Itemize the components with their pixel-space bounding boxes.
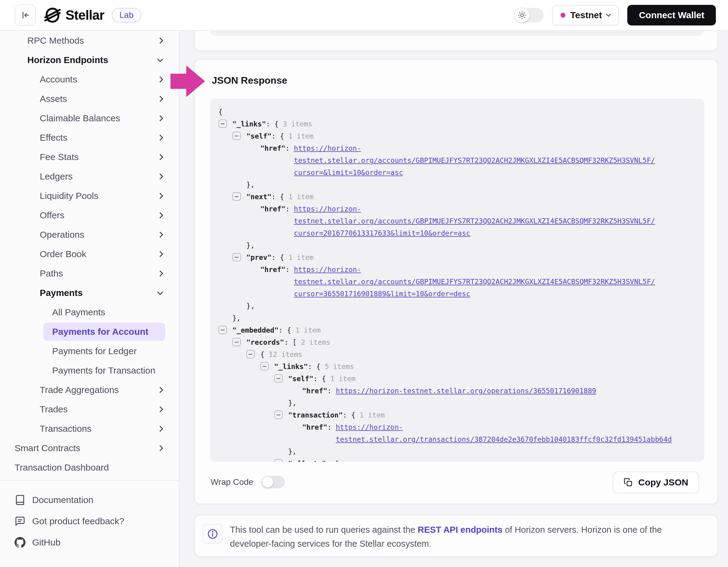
- json-url-link[interactable]: https://horizon-: [294, 264, 655, 276]
- chevron-right-icon: [157, 193, 163, 199]
- json-response-card: JSON Response {"_links": {3 items"self":…: [194, 59, 718, 504]
- stellar-logo-icon: [44, 6, 61, 24]
- wrap-code-toggle[interactable]: [261, 476, 285, 488]
- json-key: "href": [302, 385, 327, 397]
- json-row: "_links": {5 items: [218, 360, 704, 373]
- json-items-count: 1 item: [330, 375, 356, 383]
- json-key: "_links": [274, 363, 308, 370]
- collapse-node-icon[interactable]: [274, 459, 283, 462]
- sidebar-item-payments[interactable]: Payments: [0, 283, 179, 302]
- network-status-dot: [561, 13, 565, 18]
- footer-link-got-product-feedback-[interactable]: Got product feedback?: [0, 511, 179, 532]
- footer-link-documentation[interactable]: Documentation: [0, 489, 179, 511]
- sidebar-item-offers[interactable]: Offers: [0, 206, 179, 225]
- sidebar-item-accounts[interactable]: Accounts: [0, 70, 179, 89]
- json-punctuation: {: [260, 350, 265, 358]
- json-url-link[interactable]: https://horizon-: [294, 203, 655, 215]
- json-row: },: [218, 300, 704, 312]
- json-row: "effects": {: [218, 457, 704, 462]
- sidebar-item-label: Offers: [40, 210, 64, 221]
- copy-json-button[interactable]: Copy JSON: [613, 471, 699, 493]
- json-url-link[interactable]: https://horizon-: [336, 421, 672, 433]
- json-row: },: [218, 445, 704, 457]
- sidebar-item-horizon-endpoints[interactable]: Horizon Endpoints: [0, 50, 179, 70]
- json-row: "next": {1 item: [218, 191, 704, 203]
- collapse-node-icon[interactable]: [246, 350, 255, 358]
- sidebar-item-label: Smart Contracts: [15, 443, 80, 453]
- sidebar-item-trade-aggregations[interactable]: Trade Aggregations: [0, 380, 179, 400]
- collapse-node-icon[interactable]: [232, 253, 241, 262]
- json-key: "transaction": [288, 411, 343, 419]
- json-items-count: 3 items: [283, 120, 312, 128]
- footer-link-github[interactable]: GitHub: [0, 532, 179, 553]
- collapse-node-icon[interactable]: [274, 410, 283, 419]
- info-card: This tool can be used to run queries aga…: [194, 515, 718, 557]
- chevron-right-icon: [157, 174, 163, 180]
- sidebar-item-all-payments[interactable]: All Payments: [0, 302, 179, 322]
- sidebar-item-effects[interactable]: Effects: [0, 128, 179, 147]
- json-row: {: [218, 106, 704, 118]
- sidebar-item-payments-for-ledger[interactable]: Payments for Ledger: [0, 341, 179, 361]
- json-url-link[interactable]: cursor=&limit=10&order=asc: [294, 167, 655, 179]
- collapse-node-icon[interactable]: [232, 192, 241, 201]
- sidebar-item-transactions[interactable]: Transactions: [0, 419, 179, 438]
- sidebar-item-paths[interactable]: Paths: [0, 264, 179, 283]
- json-url-link[interactable]: cursor=365501716901889&limit=10&order=de…: [294, 288, 655, 300]
- json-url-link[interactable]: cursor=2016770613317633&limit=10&order=a…: [294, 227, 655, 239]
- sidebar-item-operations[interactable]: Operations: [0, 225, 179, 245]
- json-key: "prev": [246, 254, 271, 262]
- collapse-node-icon[interactable]: [232, 132, 241, 140]
- json-row: "_embedded": {1 item: [218, 324, 704, 336]
- sidebar-item-assets[interactable]: Assets: [0, 89, 179, 109]
- sidebar-item-payments-for-transaction[interactable]: Payments for Transaction: [0, 361, 179, 380]
- rest-api-endpoints-link[interactable]: REST API endpoints: [418, 525, 502, 535]
- sidebar-item-smart-contracts[interactable]: Smart Contracts: [0, 438, 179, 458]
- sidebar-item-claimable-balances[interactable]: Claimable Balances: [0, 109, 179, 128]
- collapse-node-icon[interactable]: [274, 374, 283, 383]
- sidebar-item-label: Ledgers: [40, 171, 72, 182]
- chevron-down-icon: [606, 12, 611, 17]
- collapse-node-icon[interactable]: [218, 326, 227, 334]
- json-url-link[interactable]: testnet.stellar.org/accounts/GBPIMUEJFYS…: [294, 276, 655, 288]
- stellar-logo[interactable]: Stellar: [44, 6, 104, 24]
- sidebar-item-rpc-methods[interactable]: RPC Methods: [0, 31, 179, 50]
- json-key: "self": [288, 375, 313, 383]
- footer-link-label: Got product feedback?: [32, 516, 124, 526]
- sidebar-item-liquidity-pools[interactable]: Liquidity Pools: [0, 186, 179, 206]
- sidebar-item-label: Assets: [40, 94, 67, 104]
- collapse-node-icon[interactable]: [232, 338, 241, 346]
- collapse-node-icon[interactable]: [218, 120, 227, 128]
- sidebar-item-transaction-dashboard[interactable]: Transaction Dashboard: [0, 458, 179, 477]
- theme-toggle[interactable]: [514, 8, 544, 22]
- json-url-link[interactable]: https://horizon-testnet.stellar.org/oper…: [336, 385, 596, 397]
- wrap-code-row: Wrap Code: [211, 476, 285, 488]
- json-row: "href": https://horizon-testnet.stellar.…: [218, 142, 704, 179]
- network-selector[interactable]: Testnet: [552, 5, 619, 25]
- sidebar-collapse-button[interactable]: [15, 5, 36, 26]
- sidebar-item-fee-stats[interactable]: Fee Stats: [0, 147, 179, 167]
- json-viewer[interactable]: {"_links": {3 items"self": {1 item"href"…: [210, 99, 704, 462]
- json-url-link[interactable]: testnet.stellar.org/accounts/GBPIMUEJFYS…: [294, 154, 655, 167]
- info-text-prefix: This tool can be used to run queries aga…: [230, 525, 418, 535]
- lab-badge: Lab: [112, 8, 142, 22]
- chevron-right-icon: [157, 38, 163, 44]
- json-url-link[interactable]: testnet.stellar.org/accounts/GBPIMUEJFYS…: [294, 215, 655, 227]
- sidebar-item-order-book[interactable]: Order Book: [0, 245, 179, 264]
- sidebar-item-payments-for-account[interactable]: Payments for Account: [0, 322, 179, 341]
- sidebar-item-trades[interactable]: Trades: [0, 400, 179, 419]
- sidebar-item-label: Payments for Account: [52, 326, 148, 337]
- json-items-count: 1 item: [288, 132, 314, 140]
- sidebar-item-ledgers[interactable]: Ledgers: [0, 167, 179, 186]
- json-url-link[interactable]: https://horizon-: [294, 142, 655, 154]
- json-row: },: [218, 397, 704, 409]
- json-url-link[interactable]: testnet.stellar.org/transactions/387204d…: [336, 433, 672, 445]
- sidebar-item-label: Liquidity Pools: [40, 191, 98, 201]
- connect-wallet-button[interactable]: Connect Wallet: [627, 5, 716, 25]
- sidebar-item-label: Order Book: [40, 249, 86, 259]
- collapse-node-icon[interactable]: [260, 362, 269, 370]
- json-key: "next": [246, 193, 271, 201]
- json-punctuation: },: [232, 314, 241, 322]
- json-punctuation: : {: [343, 411, 356, 419]
- chevron-right-icon: [157, 251, 163, 257]
- sidebar-footer: DocumentationGot product feedback?GitHub: [0, 481, 179, 553]
